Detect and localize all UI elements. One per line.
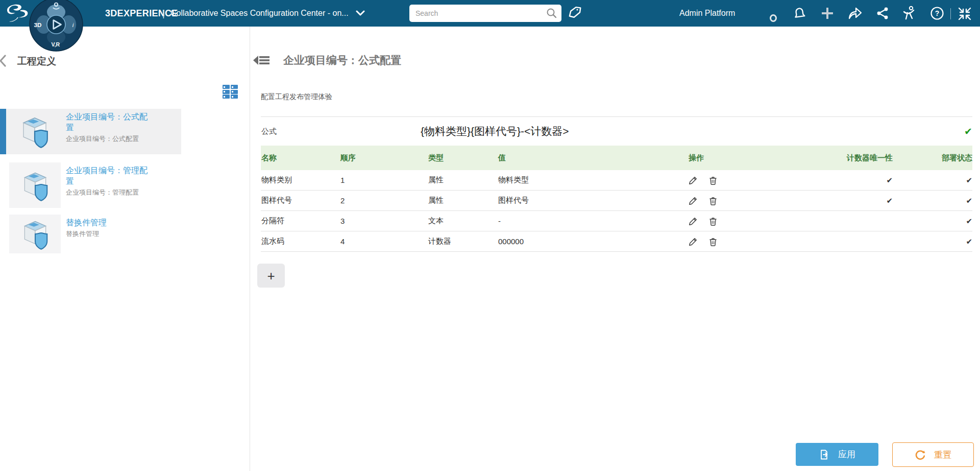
col-header-order: 顺序 (340, 153, 428, 163)
cell-name: 流水码 (261, 237, 340, 246)
main-panel: 企业项目编号：公式配置 配置工程发布管理体验 公式 {物料类型}{图样代号}-<… (251, 27, 980, 471)
app-cube-shield-icon (19, 217, 51, 251)
view-grid-icon[interactable] (223, 85, 238, 99)
sidebar-item-subtitle: 企业项目编号：公式配置 (66, 135, 150, 143)
status-circle-icon (770, 14, 777, 22)
topbar-divider (950, 8, 951, 19)
search-box[interactable] (409, 5, 561, 22)
notifications-bell-icon[interactable] (793, 6, 806, 20)
delete-trash-icon[interactable] (708, 237, 718, 246)
cell-type: 属性 (428, 196, 498, 205)
svg-text:i: i (72, 21, 74, 28)
collapse-panel-icon[interactable] (253, 54, 270, 67)
cell-name: 物料类别 (261, 175, 340, 185)
brand-separator: | (162, 0, 165, 27)
3dexperience-compass[interactable]: 3D i V,R (29, 0, 83, 52)
share-forward-icon[interactable] (847, 6, 863, 20)
brand-title: 3DEXPERIENCE (105, 0, 178, 27)
cell-name: 图样代号 (261, 196, 340, 205)
search-input[interactable] (415, 9, 546, 17)
cell-value: 000000 (498, 237, 684, 246)
cell-value: - (498, 217, 684, 225)
counter-unique-check-icon: ✔ (836, 176, 893, 184)
edit-pencil-icon[interactable] (689, 176, 698, 185)
deploy-status-check-icon: ✔ (893, 176, 972, 184)
chevron-down-icon[interactable] (356, 10, 365, 16)
add-row-button[interactable]: + (257, 264, 285, 288)
grid-cell (231, 95, 238, 99)
deploy-status-check-icon: ✔ (893, 197, 972, 204)
deployed-check-icon: ✔ (964, 127, 972, 136)
svg-text:V,R: V,R (51, 41, 60, 48)
grid-cell (231, 90, 238, 94)
apply-button-label: 应用 (838, 449, 855, 460)
help-icon[interactable]: ? (930, 6, 944, 20)
cell-order: 4 (340, 237, 428, 246)
edit-pencil-icon[interactable] (689, 196, 698, 205)
sidebar-item-admin-config[interactable]: 企业项目编号：管理配置 企业项目编号：管理配置 (0, 162, 250, 208)
app-tile (9, 162, 61, 208)
formula-value: {物料类型}{图样代号}-<计数器> (421, 124, 964, 138)
cell-value: 图样代号 (498, 196, 684, 205)
delete-trash-icon[interactable] (708, 217, 718, 226)
sidebar-item-title[interactable]: 企业项目编号：管理配置 (66, 165, 150, 186)
sidebar-item-subtitle: 企业项目编号：管理配置 (66, 189, 150, 197)
grid-cell (231, 85, 238, 89)
edit-pencil-icon[interactable] (689, 217, 698, 226)
formula-row: 公式 {物料类型}{图样代号}-<计数器> ✔ (261, 116, 972, 146)
cell-type: 计数器 (428, 237, 498, 246)
sidebar-item-formula-config[interactable]: 企业项目编号：公式配置 企业项目编号：公式配置 (0, 109, 181, 154)
apply-button[interactable]: 应用 (796, 443, 878, 466)
selected-accent-bar (0, 109, 6, 154)
sidebar: 工程定义 企业项目编号：公式配置 企业项目编号：公式配置 (0, 27, 250, 471)
cell-type: 文本 (428, 216, 498, 226)
cell-order: 1 (340, 176, 428, 184)
reset-refresh-icon (915, 449, 926, 460)
back-chevron-icon[interactable] (0, 54, 8, 69)
col-header-value: 值 (498, 153, 684, 163)
edit-pencil-icon[interactable] (689, 237, 698, 246)
user-platform-label[interactable]: Admin Platform (679, 0, 735, 27)
svg-text:3D: 3D (34, 21, 42, 28)
col-header-actions: 操作 (684, 153, 836, 163)
grid-cell (223, 85, 230, 89)
formula-label: 公式 (261, 127, 421, 136)
table-header-row: 名称 顺序 类型 值 操作 计数器唯一性 部署状态 (261, 146, 972, 170)
table-row: 物料类别 1 属性 物料类型 ✔ ✔ (261, 170, 972, 191)
delete-trash-icon[interactable] (708, 196, 718, 205)
deploy-status-check-icon: ✔ (893, 217, 972, 225)
delete-trash-icon[interactable] (708, 176, 718, 185)
sidebar-item-title[interactable]: 企业项目编号：公式配置 (66, 111, 150, 133)
cell-value: 物料类型 (498, 175, 684, 185)
share-network-icon[interactable] (876, 7, 889, 20)
app-title[interactable]: Collaborative Spaces Configuration Cente… (170, 9, 349, 18)
add-content-icon[interactable] (821, 7, 834, 20)
app-switcher[interactable]: Collaborative Spaces Configuration Cente… (170, 0, 365, 27)
table-row: 分隔符 3 文本 - ✔ ✔ (261, 211, 972, 231)
grid-cell (223, 95, 230, 99)
top-bar: 3D i V,R 3DEXPERIENCE | Collaborative Sp… (0, 0, 980, 27)
collapse-fullscreen-icon[interactable] (958, 7, 972, 21)
reset-button[interactable]: 重置 (892, 442, 974, 467)
grid-cell (223, 90, 230, 94)
sidebar-item-replacement-mgmt[interactable]: 替换件管理 替换件管理 (0, 215, 250, 253)
search-icon[interactable] (546, 8, 557, 19)
cell-order: 3 (340, 217, 428, 225)
page-title: 企业项目编号：公式配置 (283, 53, 401, 67)
tag-icon[interactable] (568, 5, 582, 20)
svg-text:?: ? (935, 9, 940, 17)
cell-order: 2 (340, 196, 428, 205)
col-header-counter-unique: 计数器唯一性 (836, 153, 893, 163)
app-cube-shield-icon (19, 168, 51, 203)
table-row: 流水码 4 计数器 000000 ✔ ✔ (261, 231, 972, 252)
communities-person-icon[interactable] (902, 6, 917, 21)
dassault-3ds-logo (5, 2, 32, 25)
page-subtitle: 配置工程发布管理体验 (261, 92, 332, 102)
app-cube-shield-icon (18, 113, 52, 150)
apply-document-icon (819, 449, 830, 460)
deploy-status-check-icon: ✔ (893, 238, 972, 245)
sidebar-item-title[interactable]: 替换件管理 (66, 217, 150, 228)
cell-type: 属性 (428, 175, 498, 185)
table-row: 图样代号 2 属性 图样代号 ✔ ✔ (261, 191, 972, 211)
cell-name: 分隔符 (261, 216, 340, 226)
